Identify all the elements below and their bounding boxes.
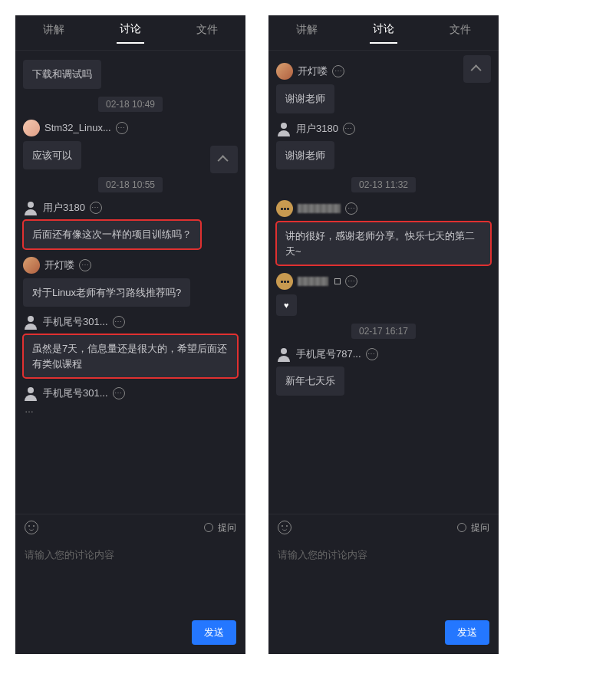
tab-bar: 讲解 讨论 文件 bbox=[15, 15, 245, 51]
avatar-image bbox=[276, 63, 293, 80]
emoji-icon[interactable] bbox=[25, 521, 38, 534]
timestamp: 02-13 11:32 bbox=[351, 177, 416, 192]
username-redacted bbox=[298, 204, 341, 213]
more-icon[interactable] bbox=[116, 122, 128, 134]
user-header: 用户3180 bbox=[23, 200, 238, 215]
message-bubble: 下载和调试吗 bbox=[23, 60, 101, 89]
username: 开灯喽 bbox=[298, 64, 328, 78]
more-icon[interactable] bbox=[345, 202, 357, 215]
tab-files[interactable]: 文件 bbox=[446, 23, 474, 43]
user-header: 手机尾号301... bbox=[23, 314, 238, 330]
username: Stm32_Linux... bbox=[44, 122, 111, 133]
user-header: 手机尾号787... bbox=[276, 347, 491, 362]
avatar-default-icon bbox=[23, 200, 38, 215]
more-icon[interactable] bbox=[113, 387, 125, 399]
message-bubble: 应该可以 bbox=[23, 141, 81, 170]
more-icon[interactable] bbox=[79, 259, 91, 271]
chat-panel-right: 讲解 讨论 文件 开灯喽 谢谢老师 用户3180 谢谢老师 02-13 11:3… bbox=[268, 15, 499, 654]
avatar-default-icon bbox=[276, 121, 291, 136]
username: 手机尾号301... bbox=[43, 315, 108, 329]
tab-discuss[interactable]: 讨论 bbox=[370, 22, 397, 44]
chat-scroll-area[interactable]: 开灯喽 谢谢老师 用户3180 谢谢老师 02-13 11:32 讲的很好，感谢… bbox=[268, 51, 499, 514]
more-icon[interactable] bbox=[113, 316, 125, 328]
input-area[interactable]: 请输入您的讨论内容 发送 bbox=[268, 541, 499, 654]
username: 用户3180 bbox=[43, 201, 85, 215]
heart-reaction: ♥ bbox=[276, 294, 297, 316]
ask-question-toggle[interactable]: 提问 bbox=[204, 521, 236, 534]
message-bubble-highlighted: 讲的很好，感谢老师分享。快乐七天的第二天~ bbox=[276, 222, 491, 265]
timestamp: 02-17 16:17 bbox=[351, 324, 416, 339]
send-button[interactable]: 发送 bbox=[445, 620, 489, 645]
message-bubble: 新年七天乐 bbox=[276, 366, 344, 396]
message-bubble-highlighted: 后面还有像这次一样的项目训练吗？ bbox=[23, 220, 201, 249]
more-icon[interactable] bbox=[332, 65, 344, 77]
user-header: 用户3180 bbox=[276, 121, 491, 136]
user-header: 手机尾号301... bbox=[23, 386, 238, 401]
tab-lecture[interactable]: 讲解 bbox=[40, 23, 68, 43]
ask-label: 提问 bbox=[471, 521, 489, 534]
more-icon[interactable] bbox=[345, 275, 357, 288]
user-header: Stm32_Linux... bbox=[23, 120, 238, 136]
avatar-grid-icon bbox=[276, 200, 293, 217]
username-redacted bbox=[298, 277, 328, 286]
user-header: 开灯喽 bbox=[276, 63, 491, 80]
more-icon[interactable] bbox=[343, 123, 355, 135]
avatar-default-icon bbox=[276, 347, 291, 362]
user-header bbox=[276, 273, 491, 290]
user-header: 开灯喽 bbox=[23, 257, 238, 274]
username: 手机尾号301... bbox=[43, 386, 108, 400]
avatar-image bbox=[23, 257, 40, 274]
input-placeholder: 请输入您的讨论内容 bbox=[25, 548, 236, 562]
username: 用户3180 bbox=[296, 122, 338, 136]
tab-discuss[interactable]: 讨论 bbox=[117, 22, 144, 44]
circle-icon bbox=[204, 523, 213, 532]
avatar-default-icon bbox=[23, 314, 38, 330]
more-icon[interactable] bbox=[90, 202, 102, 214]
scroll-top-button[interactable] bbox=[463, 55, 491, 83]
chat-scroll-area[interactable]: 下载和调试吗 02-18 10:49 Stm32_Linux... 应该可以 0… bbox=[15, 51, 245, 514]
tab-lecture[interactable]: 讲解 bbox=[293, 23, 321, 43]
input-area[interactable]: 请输入您的讨论内容 发送 bbox=[15, 541, 245, 654]
action-bar: 提问 bbox=[15, 514, 245, 541]
message-bubble: 谢谢老师 bbox=[276, 84, 334, 113]
message-bubble-highlighted: 虽然是7天，信息量还是很大的，希望后面还有类似课程 bbox=[23, 334, 238, 378]
timestamp: 02-18 10:55 bbox=[98, 177, 163, 192]
avatar-grid-icon bbox=[276, 273, 293, 290]
chat-panel-left: 讲解 讨论 文件 下载和调试吗 02-18 10:49 Stm32_Linux.… bbox=[15, 15, 245, 654]
input-placeholder: 请输入您的讨论内容 bbox=[278, 548, 489, 562]
send-button[interactable]: 发送 bbox=[192, 620, 236, 645]
scroll-top-button[interactable] bbox=[210, 146, 238, 173]
username: 手机尾号787... bbox=[296, 347, 361, 361]
more-icon[interactable] bbox=[366, 348, 378, 360]
truncated-content: … bbox=[23, 404, 238, 419]
user-header bbox=[276, 200, 491, 217]
tab-bar: 讲解 讨论 文件 bbox=[268, 15, 499, 51]
tab-files[interactable]: 文件 bbox=[193, 23, 221, 43]
ask-question-toggle[interactable]: 提问 bbox=[457, 521, 489, 534]
emoji-icon[interactable] bbox=[278, 521, 291, 534]
message-bubble: 对于Linux老师有学习路线推荐吗? bbox=[23, 278, 190, 307]
timestamp: 02-18 10:49 bbox=[98, 97, 163, 112]
ask-label: 提问 bbox=[218, 521, 236, 534]
avatar-image bbox=[23, 120, 40, 136]
action-bar: 提问 bbox=[268, 514, 499, 541]
square-icon bbox=[334, 278, 341, 284]
circle-icon bbox=[457, 523, 466, 532]
avatar-default-icon bbox=[23, 386, 38, 401]
message-bubble: 谢谢老师 bbox=[276, 141, 334, 170]
username: 开灯喽 bbox=[44, 258, 74, 272]
